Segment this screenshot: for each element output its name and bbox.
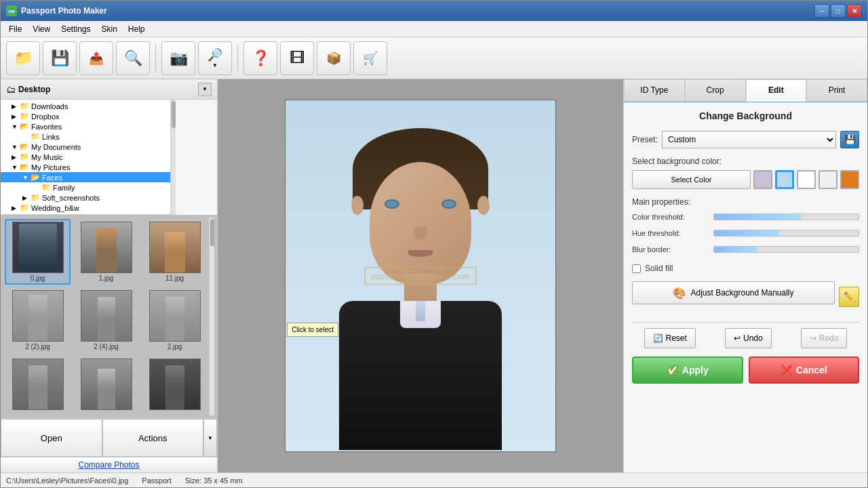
folder-soft-icon: 📁 <box>31 193 40 202</box>
toolbar-help-btn[interactable]: ❓ <box>243 41 277 75</box>
main-window: 🪪 Passport Photo Maker ─ □ ✕ File View S… <box>0 0 868 488</box>
compare-photos-button[interactable]: Compare Photos <box>1 458 217 472</box>
panel-title: Change Background <box>632 110 859 121</box>
toolbar-save-btn[interactable]: 💾 <box>43 41 77 75</box>
tree-item-wedding[interactable]: ▶ 📁 Wedding_b&w <box>1 203 170 213</box>
expand-mymusic[interactable]: ▶ <box>12 154 20 161</box>
hue-threshold-label: Hue threshold: <box>632 229 713 237</box>
menu-view[interactable]: View <box>27 23 56 35</box>
tree-item-links[interactable]: 📁 Links <box>1 131 170 142</box>
swatch-orange[interactable] <box>840 170 859 189</box>
expand-wedding[interactable]: ▶ <box>12 205 20 211</box>
thumbnail-scroll-thumb[interactable] <box>210 219 214 246</box>
preset-save-button[interactable]: 💾 <box>840 131 859 148</box>
thumbnail-item[interactable] <box>73 356 139 414</box>
expand-mydocuments[interactable]: ▼ <box>12 144 20 150</box>
thumbnail-item[interactable]: 0.jpg <box>5 219 71 285</box>
tree-item-mydocuments[interactable]: ▼ 📂 My Documents <box>1 142 170 152</box>
actions-dropdown-arrow[interactable]: ▼ <box>203 419 217 457</box>
folder-faces-icon: 📂 <box>31 173 40 182</box>
solid-fill-row: Solid fill <box>632 264 859 273</box>
toolbar-enhance-btn[interactable]: 🔎▼ <box>198 41 232 75</box>
toolbar-open-btn[interactable]: 📁 <box>6 41 40 75</box>
swatch-nearwhite[interactable] <box>818 170 837 189</box>
thumbnail-item[interactable]: 2.jpg <box>142 287 208 353</box>
separator-1 <box>155 45 156 72</box>
expand-faces[interactable]: ▼ <box>22 174 31 181</box>
tree-item-family[interactable]: 📁 Family <box>1 182 170 192</box>
file-tree-scroll-thumb[interactable] <box>172 101 176 128</box>
thumbnail-item[interactable]: 2 (2).jpg <box>5 287 71 353</box>
left-eye <box>384 199 399 209</box>
color-threshold-slider[interactable] <box>713 211 859 223</box>
right-panel: ID Type Crop Edit Print Change Backgroun… <box>623 79 867 472</box>
folder-dropbox-icon: 📁 <box>20 112 29 121</box>
toolbar-cart-btn[interactable]: 🛒 <box>353 41 387 75</box>
file-tree-scrollbar[interactable] <box>170 100 176 215</box>
menu-skin[interactable]: Skin <box>96 23 123 35</box>
expand-mypictures[interactable]: ▼ <box>12 164 20 171</box>
expand-soft[interactable]: ▶ <box>22 195 31 201</box>
apply-cancel-row: ✅ Apply ❌ Cancel <box>632 357 859 384</box>
tab-edit[interactable]: Edit <box>746 79 807 102</box>
preset-select[interactable]: Custom White Light Blue <box>662 131 836 148</box>
thumbnail-item[interactable] <box>5 356 71 414</box>
toolbar-film-btn[interactable]: 🎞 <box>280 41 314 75</box>
file-tree-header: 🗂 Desktop ▼ <box>1 79 217 100</box>
solid-fill-checkbox[interactable] <box>632 264 641 273</box>
blur-border-fill <box>714 247 757 252</box>
apply-button[interactable]: ✅ Apply <box>632 357 743 384</box>
thumbnail-item[interactable]: 11.jpg <box>142 219 208 285</box>
solid-fill-label[interactable]: Solid fill <box>645 264 673 273</box>
tree-item-faces[interactable]: ▼ 📂 Faces <box>1 172 170 182</box>
menu-help[interactable]: Help <box>123 23 151 35</box>
toolbar-zoom-btn[interactable]: 🔍 <box>116 41 150 75</box>
select-color-button[interactable]: Select Color <box>632 170 751 189</box>
thumbnail-item[interactable] <box>142 356 208 414</box>
close-button[interactable]: ✕ <box>847 4 862 18</box>
redo-button[interactable]: ↪ Redo <box>801 328 848 348</box>
thumbnail-item[interactable]: 2 (4).jpg <box>73 287 139 353</box>
tree-item-favorites[interactable]: ▼ 📂 Favorites <box>1 121 170 131</box>
tree-item-softscreenshots[interactable]: ▶ 📁 Soft_screenshots <box>1 192 170 203</box>
undo-button[interactable]: ↩ Undo <box>725 328 772 348</box>
tree-item-downloads[interactable]: ▶ 📁 Downloads <box>1 101 170 111</box>
toolbar-import-btn[interactable]: 📤 <box>79 41 113 75</box>
expand-favorites[interactable]: ▼ <box>12 123 20 130</box>
swatch-lavender[interactable] <box>753 170 772 189</box>
tree-item-dropbox[interactable]: ▶ 📁 Dropbox <box>1 111 170 121</box>
tab-idtype[interactable]: ID Type <box>624 79 685 102</box>
menu-settings[interactable]: Settings <box>56 23 96 35</box>
actions-button[interactable]: Actions <box>102 419 204 457</box>
tab-print[interactable]: Print <box>806 79 867 102</box>
adjust-background-manually-button[interactable]: 🎨 Adjust Background Manually <box>632 281 835 304</box>
expand-dropbox[interactable]: ▶ <box>12 113 20 120</box>
select-color-label: Select background color: <box>632 157 859 166</box>
tree-item-mypictures[interactable]: ▼ 📂 My Pictures <box>1 162 170 172</box>
menu-file[interactable]: File <box>3 23 27 35</box>
status-type: Passport <box>142 476 171 485</box>
preset-label: Preset: <box>632 135 658 144</box>
tree-item-mymusic[interactable]: ▶ 📁 My Music <box>1 152 170 162</box>
thumb-img-extra3 <box>149 359 201 410</box>
expand-downloads[interactable]: ▶ <box>12 103 20 110</box>
blur-border-slider[interactable] <box>713 243 859 256</box>
file-tree-dropdown-btn[interactable]: ▼ <box>198 83 212 96</box>
reset-button[interactable]: 🔄 Reset <box>644 328 696 348</box>
hue-threshold-slider[interactable] <box>713 227 859 239</box>
minimize-button[interactable]: ─ <box>814 4 829 18</box>
pencil-tool-button[interactable]: ✏️ <box>839 287 859 307</box>
swatch-lightblue[interactable] <box>775 170 794 189</box>
tab-crop[interactable]: Crop <box>685 79 746 102</box>
toolbar-camera-btn[interactable]: 📷 <box>161 41 195 75</box>
cancel-button[interactable]: ❌ Cancel <box>749 357 860 384</box>
right-panel-content: Change Background Preset: Custom White L… <box>624 102 867 472</box>
maximize-button[interactable]: □ <box>831 4 846 18</box>
adjust-bg-icon: 🎨 <box>673 287 686 300</box>
thumb-img-2-2 <box>12 290 64 342</box>
thumbnail-item[interactable]: 1.jpg <box>73 219 139 285</box>
toolbar-export-btn[interactable]: 📦 <box>317 41 351 75</box>
swatch-white[interactable] <box>797 170 816 189</box>
thumbnail-scrollbar[interactable] <box>209 218 214 415</box>
open-button[interactable]: Open <box>1 419 102 457</box>
